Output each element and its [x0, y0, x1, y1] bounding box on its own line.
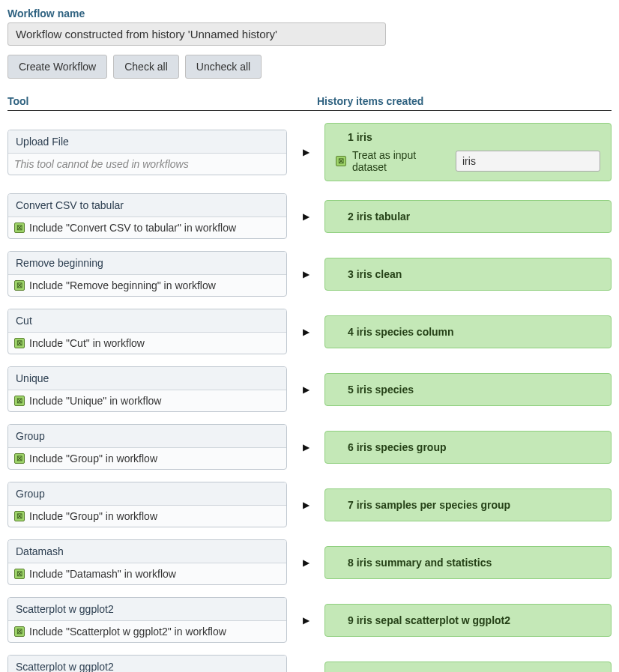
history-item-box: 3 iris clean: [324, 258, 612, 291]
arrow-icon: ▶: [287, 384, 324, 395]
workflow-row: Upload File This tool cannot be used in …: [7, 123, 612, 181]
history-item-box: 10 iris petal scatterplot w ggplot2: [324, 662, 612, 673]
tool-title: Convert CSV to tabular: [8, 194, 286, 217]
workflow-name-input[interactable]: [7, 22, 386, 46]
columns-header: Tool History items created: [7, 95, 612, 111]
tool-box: Cut ⊠ Include "Cut" in workflow: [7, 309, 287, 354]
tool-column-header: Tool: [7, 95, 317, 107]
history-item-box: 4 iris species column: [324, 315, 612, 348]
history-item-box: 5 iris species: [324, 373, 612, 406]
history-item-box: 2 iris tabular: [324, 200, 612, 233]
include-label: Include "Scatterplot w ggplot2" in workf…: [29, 626, 226, 638]
history-item-title: 4 iris species column: [348, 326, 600, 338]
include-label: Include "Convert CSV to tabular" in work…: [29, 222, 236, 234]
tool-box: Scatterplot w ggplot2 ⊠ Include "Scatter…: [7, 655, 287, 672]
include-checkbox[interactable]: ⊠: [14, 626, 25, 637]
include-checkbox[interactable]: ⊠: [14, 396, 25, 406]
history-item-box: 1 iris ⊠ Treat as input dataset: [324, 123, 612, 181]
arrow-icon: ▶: [287, 500, 324, 510]
include-checkbox[interactable]: ⊠: [14, 453, 25, 464]
tool-box: Datamash ⊠ Include "Datamash" in workflo…: [7, 539, 287, 585]
include-label: Include "Remove beginning" in workflow: [29, 279, 216, 291]
workflow-row: Group ⊠ Include "Group" in workflow ▶ 6 …: [7, 424, 612, 470]
tool-title: Remove beginning: [8, 252, 286, 275]
tool-box: Group ⊠ Include "Group" in workflow: [7, 482, 287, 527]
history-item-box: 8 iris summary and statistics: [324, 546, 612, 579]
workflow-row: Cut ⊠ Include "Cut" in workflow ▶ 4 iris…: [7, 309, 612, 354]
treat-input-field[interactable]: [456, 151, 600, 172]
workflow-row: Convert CSV to tabular ⊠ Include "Conver…: [7, 193, 612, 239]
history-item-title: 5 iris species: [348, 384, 600, 396]
create-workflow-button[interactable]: Create Workflow: [7, 55, 107, 79]
tool-title: Scatterplot w ggplot2: [8, 598, 286, 621]
history-item-box: 7 iris samples per species group: [324, 488, 612, 521]
tool-box: Group ⊠ Include "Group" in workflow: [7, 424, 287, 470]
include-label: Include "Datamash" in workflow: [29, 568, 176, 580]
tool-note: This tool cannot be used in workflows: [8, 154, 286, 175]
history-item-box: 6 iris species group: [324, 431, 612, 464]
workflow-name-label: Workflow name: [7, 7, 612, 19]
arrow-icon: ▶: [287, 557, 324, 568]
tool-title: Upload File: [8, 130, 286, 154]
arrow-icon: ▶: [287, 211, 324, 222]
workflow-row: Scatterplot w ggplot2 ⊠ Include "Scatter…: [7, 597, 612, 643]
workflow-row: Group ⊠ Include "Group" in workflow ▶ 7 …: [7, 482, 612, 527]
arrow-icon: ▶: [287, 147, 324, 157]
arrow-icon: ▶: [287, 327, 324, 337]
tool-box: Unique ⊠ Include "Unique" in workflow: [7, 366, 287, 412]
history-item-title: 7 iris samples per species group: [348, 499, 600, 511]
history-item-title: 8 iris summary and statistics: [348, 557, 600, 569]
history-item-title: 3 iris clean: [348, 268, 600, 280]
history-item-title: 2 iris tabular: [348, 211, 600, 223]
action-button-row: Create Workflow Check all Uncheck all: [7, 55, 612, 79]
tool-box-upload: Upload File This tool cannot be used in …: [7, 130, 287, 175]
include-checkbox[interactable]: ⊠: [14, 223, 25, 233]
include-label: Include "Group" in workflow: [29, 452, 157, 464]
tool-title: Cut: [8, 309, 286, 333]
workflow-row: Unique ⊠ Include "Unique" in workflow ▶ …: [7, 366, 612, 412]
include-label: Include "Cut" in workflow: [29, 337, 145, 349]
tool-title: Scatterplot w ggplot2: [8, 656, 286, 672]
check-all-button[interactable]: Check all: [113, 55, 179, 79]
tool-title: Unique: [8, 367, 286, 390]
treat-input-label: Treat as input dataset: [352, 149, 450, 173]
include-label: Include "Unique" in workflow: [29, 395, 161, 407]
workflow-row: Remove beginning ⊠ Include "Remove begin…: [7, 251, 612, 297]
workflow-row: Datamash ⊠ Include "Datamash" in workflo…: [7, 539, 612, 585]
include-checkbox[interactable]: ⊠: [14, 280, 25, 291]
uncheck-all-button[interactable]: Uncheck all: [185, 55, 262, 79]
tool-box: Remove beginning ⊠ Include "Remove begin…: [7, 251, 287, 297]
workflow-row: Scatterplot w ggplot2 ⊠ Include "Scatter…: [7, 655, 612, 672]
tool-title: Group: [8, 482, 286, 506]
treat-input-checkbox[interactable]: ⊠: [336, 156, 346, 166]
arrow-icon: ▶: [287, 269, 324, 279]
history-item-box: 9 iris sepal scatterplot w ggplot2: [324, 604, 612, 637]
include-checkbox[interactable]: ⊠: [14, 338, 25, 348]
tool-box: Convert CSV to tabular ⊠ Include "Conver…: [7, 193, 287, 239]
history-item-title: 1 iris: [348, 131, 600, 143]
history-item-title: 6 iris species group: [348, 441, 600, 453]
tool-title: Datamash: [8, 540, 286, 563]
tool-title: Group: [8, 425, 286, 448]
tool-box: Scatterplot w ggplot2 ⊠ Include "Scatter…: [7, 597, 287, 643]
arrow-icon: ▶: [287, 442, 324, 452]
history-column-header: History items created: [317, 95, 612, 107]
history-item-title: 9 iris sepal scatterplot w ggplot2: [348, 614, 600, 626]
include-checkbox[interactable]: ⊠: [14, 569, 25, 579]
include-label: Include "Group" in workflow: [29, 510, 157, 522]
include-checkbox[interactable]: ⊠: [14, 511, 25, 521]
arrow-icon: ▶: [287, 615, 324, 626]
